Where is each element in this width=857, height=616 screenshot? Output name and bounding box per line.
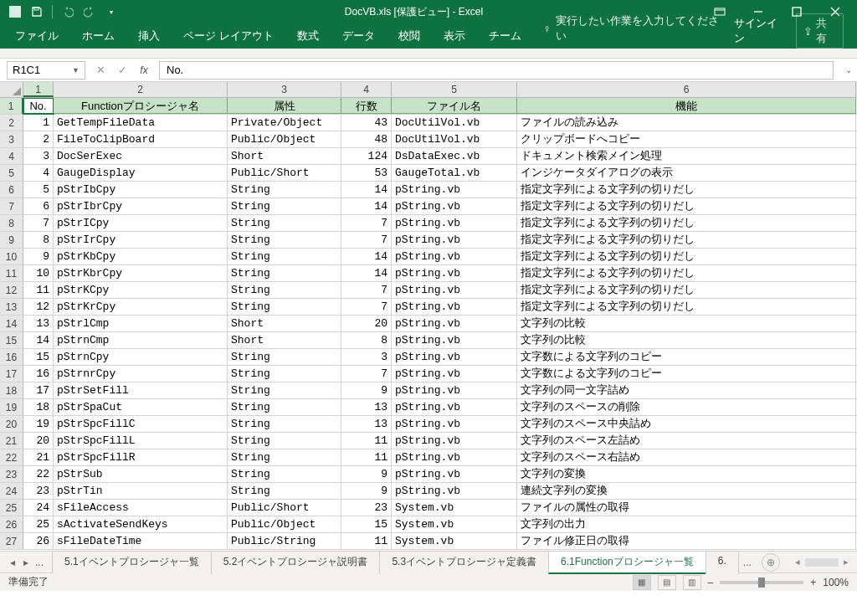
cell[interactable]: 25 xyxy=(23,516,54,532)
cell[interactable]: pStrnrCpy xyxy=(54,366,228,382)
cell[interactable]: 14 xyxy=(341,198,392,214)
table-header-cell[interactable]: 行数 xyxy=(341,98,392,114)
cell[interactable]: pString.vb xyxy=(392,299,517,315)
cell[interactable]: 24 xyxy=(23,500,54,516)
cell[interactable]: pString.vb xyxy=(392,483,517,499)
cell[interactable]: 指定文字列による文字列の切りだし xyxy=(517,265,856,281)
table-header-cell[interactable]: ファイル名 xyxy=(392,98,517,114)
cell[interactable]: 文字数による文字列のコピー xyxy=(517,366,856,382)
cell[interactable]: DocUtilVol.vb xyxy=(392,115,517,131)
cell[interactable]: String xyxy=(228,249,341,264)
select-all-corner[interactable] xyxy=(0,82,23,97)
cell[interactable]: pStrKCpy xyxy=(54,282,228,298)
cell[interactable]: pStrSpcFillL xyxy=(54,433,228,449)
cell[interactable]: Public/Short xyxy=(228,500,341,516)
row-header[interactable]: 9 xyxy=(0,232,23,248)
row-header[interactable]: 13 xyxy=(0,299,23,315)
row-header[interactable]: 17 xyxy=(0,366,23,382)
cell[interactable]: 48 xyxy=(341,131,392,147)
row-header[interactable]: 14 xyxy=(0,316,23,331)
row-header[interactable]: 12 xyxy=(0,282,23,298)
cell[interactable]: pString.vb xyxy=(392,466,517,482)
hscroll-track[interactable] xyxy=(805,558,839,567)
cell[interactable]: 13 xyxy=(23,316,54,331)
cell[interactable]: 3 xyxy=(341,349,392,365)
cell[interactable]: クリップボードへコピー xyxy=(517,131,856,147)
row-header[interactable]: 10 xyxy=(0,249,23,264)
cell[interactable]: Public/Short xyxy=(228,165,341,181)
row-header[interactable]: 11 xyxy=(0,265,23,281)
cell[interactable]: pStrKbrCpy xyxy=(54,265,228,281)
cell[interactable]: String xyxy=(228,232,341,248)
cell[interactable]: 文字列の変換 xyxy=(517,466,856,482)
cell[interactable]: pString.vb xyxy=(392,232,517,248)
cell[interactable]: pString.vb xyxy=(392,198,517,214)
redo-icon[interactable] xyxy=(81,3,98,20)
sheet-tab[interactable]: 5.2イベントプロシージャ説明書 xyxy=(211,551,381,574)
cell[interactable]: 20 xyxy=(341,316,392,331)
cell[interactable]: 9 xyxy=(341,382,392,398)
cell[interactable]: 文字列の比較 xyxy=(517,332,856,348)
cell[interactable]: pString.vb xyxy=(392,265,517,281)
col-header[interactable]: 4 xyxy=(341,82,392,97)
cell[interactable]: 5 xyxy=(23,182,54,198)
cell[interactable]: GaugeTotal.vb xyxy=(392,165,517,181)
cell[interactable]: pStrICpy xyxy=(54,215,228,231)
cell[interactable]: 7 xyxy=(341,232,392,248)
name-box-dropdown-icon[interactable]: ▼ xyxy=(72,66,80,74)
row-header[interactable]: 23 xyxy=(0,466,23,482)
row-header[interactable]: 25 xyxy=(0,500,23,516)
cell[interactable]: 12 xyxy=(23,299,54,315)
sheet-tab[interactable]: 6.1Functionプロシージャ一覧 xyxy=(548,551,706,574)
cell[interactable]: String xyxy=(228,433,341,449)
col-header[interactable]: 3 xyxy=(228,82,341,97)
cell[interactable]: DocSerExec xyxy=(54,148,228,164)
row-header[interactable]: 3 xyxy=(0,131,23,147)
row-header[interactable]: 18 xyxy=(0,382,23,398)
zoom-slider-thumb[interactable] xyxy=(758,578,765,588)
cell[interactable]: pStrlCmp xyxy=(54,316,228,331)
formula-expand-icon[interactable]: ⌄ xyxy=(840,65,857,74)
row-header[interactable]: 19 xyxy=(0,399,23,415)
cell[interactable]: Short xyxy=(228,332,341,348)
cell[interactable]: 15 xyxy=(341,516,392,532)
cell[interactable]: pString.vb xyxy=(392,399,517,415)
cell[interactable]: 指定文字列による文字列の切りだし xyxy=(517,232,856,248)
cell[interactable]: 指定文字列による文字列の切りだし xyxy=(517,215,856,231)
undo-icon[interactable] xyxy=(59,3,76,20)
cell[interactable]: Public/Object xyxy=(228,516,341,532)
cell[interactable]: 文字列のスペース右詰め xyxy=(517,449,856,465)
cell[interactable]: pStrIbCpy xyxy=(54,182,228,198)
sheet-tab[interactable]: 5.1イベントプロシージャ一覧 xyxy=(52,551,212,574)
cell[interactable]: pStrKbCpy xyxy=(54,249,228,264)
cell[interactable]: System.vb xyxy=(392,516,517,532)
cell[interactable]: 文字列のスペース左詰め xyxy=(517,433,856,449)
cell[interactable]: 23 xyxy=(341,500,392,516)
cell[interactable]: String xyxy=(228,399,341,415)
cell[interactable]: pString.vb xyxy=(392,215,517,231)
col-header[interactable]: 1 xyxy=(23,82,54,97)
cell[interactable]: FileToClipBoard xyxy=(54,131,228,147)
table-header-cell[interactable]: Functionプロシージャ名 xyxy=(54,98,228,114)
cell[interactable]: 7 xyxy=(341,299,392,315)
table-header-cell[interactable]: 機能 xyxy=(517,98,856,114)
cell[interactable]: pStrIrCpy xyxy=(54,232,228,248)
formula-bar[interactable]: No. xyxy=(159,61,834,80)
tab-data[interactable]: データ xyxy=(332,23,385,49)
cell[interactable]: 11 xyxy=(341,433,392,449)
cell[interactable]: 文字列の出力 xyxy=(517,516,856,532)
cell[interactable]: 18 xyxy=(23,399,54,415)
cell[interactable]: ファイルの属性の取得 xyxy=(517,500,856,516)
cancel-formula-icon[interactable]: ✕ xyxy=(90,61,110,80)
cell[interactable]: pString.vb xyxy=(392,449,517,465)
zoom-out-button[interactable]: – xyxy=(708,577,714,588)
tab-pagelayout[interactable]: ページ レイアウト xyxy=(173,23,284,49)
cell[interactable]: 文字数による文字列のコピー xyxy=(517,349,856,365)
hscroll-left-icon[interactable]: ◂ xyxy=(795,557,800,567)
cell[interactable]: pStrSpcFillR xyxy=(54,449,228,465)
cell[interactable]: Short xyxy=(228,148,341,164)
row-header[interactable]: 20 xyxy=(0,416,23,432)
cell[interactable]: String xyxy=(228,182,341,198)
cell[interactable]: String xyxy=(228,483,341,499)
cell[interactable]: 文字列のスペース中央詰め xyxy=(517,416,856,432)
